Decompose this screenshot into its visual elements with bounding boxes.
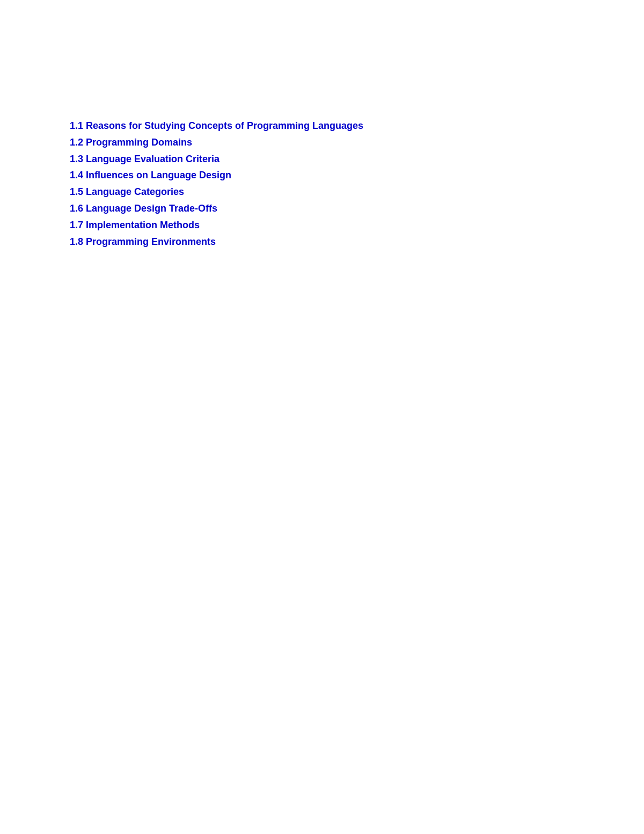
list-item: 1.4 Influences on Language Design	[70, 168, 644, 183]
list-item: 1.1 Reasons for Studying Concepts of Pro…	[70, 118, 644, 134]
list-item: 1.2 Programming Domains	[70, 135, 644, 150]
toc-link-1-5[interactable]: 1.5 Language Categories	[70, 186, 184, 197]
toc-link-1-3[interactable]: 1.3 Language Evaluation Criteria	[70, 154, 219, 164]
list-item: 1.5 Language Categories	[70, 184, 644, 200]
toc-link-1-6[interactable]: 1.6 Language Design Trade-Offs	[70, 203, 217, 214]
toc-link-1-7[interactable]: 1.7 Implementation Methods	[70, 220, 200, 230]
toc-link-1-2[interactable]: 1.2 Programming Domains	[70, 137, 192, 148]
list-item: 1.6 Language Design Trade-Offs	[70, 201, 644, 216]
list-item: 1.8 Programming Environments	[70, 234, 644, 250]
toc-link-1-4[interactable]: 1.4 Influences on Language Design	[70, 170, 231, 180]
page-container: 1.1 Reasons for Studying Concepts of Pro…	[0, 0, 644, 834]
list-item: 1.3 Language Evaluation Criteria	[70, 151, 644, 167]
table-of-contents: 1.1 Reasons for Studying Concepts of Pro…	[70, 118, 644, 249]
toc-link-1-8[interactable]: 1.8 Programming Environments	[70, 236, 216, 247]
toc-link-1-1[interactable]: 1.1 Reasons for Studying Concepts of Pro…	[70, 120, 363, 131]
list-item: 1.7 Implementation Methods	[70, 217, 644, 233]
